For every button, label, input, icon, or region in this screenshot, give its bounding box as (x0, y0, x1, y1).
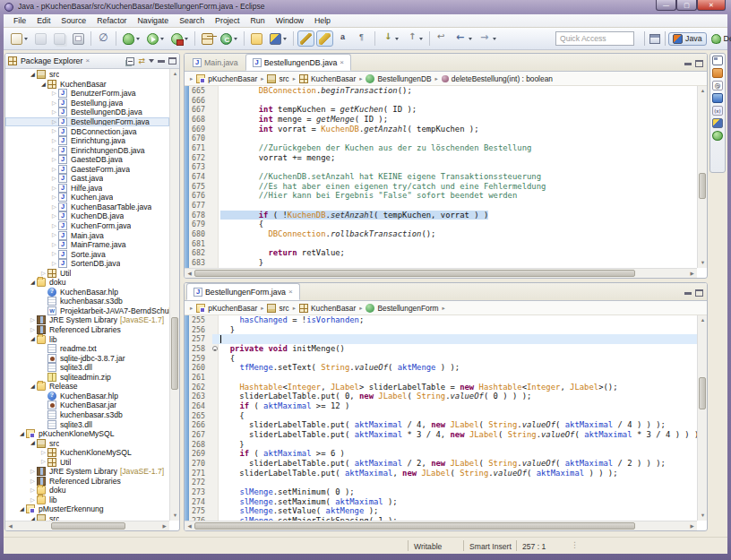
line-number[interactable]: 270 (190, 459, 212, 469)
collapse-arrow-icon[interactable]: ◢ (29, 383, 37, 389)
dropdown-arrow-icon[interactable] (160, 38, 164, 40)
collapse-arrow-icon[interactable]: ◢ (29, 72, 37, 77)
tree-item-util[interactable]: ▷Util (5, 457, 169, 467)
editor-horizontal-scrollbar[interactable]: ◀▶ (185, 268, 697, 278)
dropdown-arrow-icon[interactable] (185, 38, 188, 40)
breadcrumb-item-pkuchenbasar[interactable]: pKuchenBasar (196, 74, 257, 83)
line-number[interactable]: 677 (190, 201, 212, 211)
minimize-view-icon[interactable] (158, 60, 165, 63)
tree-item-kuchendb-java[interactable]: ▷KuchenDB.java (5, 211, 169, 221)
menu-help[interactable]: Help (309, 15, 336, 26)
expand-arrow-icon[interactable]: ▷ (50, 147, 58, 152)
expand-arrow-icon[interactable]: ▷ (50, 119, 58, 125)
dropdown-arrow-icon[interactable] (283, 38, 287, 40)
tree-item-dbconnection-java[interactable]: ▷DBConnection.java (5, 126, 169, 136)
minimize-view-icon[interactable] (684, 292, 692, 295)
restore-views-icon[interactable] (712, 56, 723, 65)
expand-arrow-icon[interactable]: ▷ (50, 185, 58, 191)
editor-tab-main-java[interactable]: Main.java (186, 54, 245, 71)
tree-item-kuchenbasar-hlp[interactable]: KuchenBasar.hlp (5, 288, 169, 297)
expand-arrow-icon[interactable]: ▷ (29, 469, 37, 474)
expand-arrow-icon[interactable]: ▷ (50, 251, 58, 256)
tree-item-lib[interactable]: ◢lib (5, 334, 169, 344)
expand-arrow-icon[interactable]: ▷ (50, 176, 58, 181)
tree-item-kuchenbasar-s3db[interactable]: kuchenbasar.s3db (5, 297, 169, 306)
line-number[interactable]: 668 (190, 115, 212, 125)
collapse-all-icon[interactable] (126, 57, 134, 65)
expand-arrow-icon[interactable]: ▷ (29, 317, 37, 323)
quick-access-input[interactable] (555, 31, 634, 46)
toggle-mark-occurrences-button[interactable] (297, 30, 314, 47)
line-number[interactable]: 268 (190, 440, 212, 450)
dropdown-arrow-icon[interactable] (395, 38, 399, 40)
expand-arrow-icon[interactable]: ▷ (50, 157, 58, 162)
tree-item-gaestedb-java[interactable]: ▷GaesteDB.java (5, 155, 169, 165)
expand-arrow-icon[interactable]: ▷ (39, 459, 47, 464)
expand-arrow-icon[interactable]: ▷ (29, 327, 37, 332)
new-java-class-button[interactable] (218, 30, 240, 47)
run-button[interactable] (144, 30, 167, 47)
line-number[interactable]: 679 (190, 220, 212, 229)
tree-item-projektarbeit-java7-berndschubert-doc[interactable]: Projektarbeit-JAVA7-BerndSchubert.doc (5, 306, 169, 316)
line-number[interactable]: 263 (190, 392, 212, 401)
show-whitespace-characters-button[interactable] (354, 30, 371, 47)
tree-item-kuchenklonemysql[interactable]: ▷KuchenKloneMySQL (5, 448, 169, 458)
tab-package-explorer[interactable]: Package Explorer × (8, 56, 90, 65)
line-number[interactable]: 666 (190, 96, 212, 106)
line-number[interactable]: 274 (190, 497, 212, 507)
tree-item-release[interactable]: ◢Release (5, 382, 169, 392)
task-list-view-icon[interactable] (712, 68, 723, 78)
tree-item-kuchenbasartable-java[interactable]: ▷KuchenBasarTable.java (5, 202, 169, 212)
breadcrumb-item-deletebestellung-int-boolean[interactable]: deleteBestellung(int) : boolean (442, 74, 553, 83)
line-number[interactable]: 257 (190, 334, 212, 344)
editor-tab-bestellungenform-java[interactable]: BestellungenForm.java× (186, 283, 300, 300)
menu-run[interactable]: Run (245, 15, 270, 26)
tree-item-src[interactable]: ◢src (5, 70, 169, 80)
tree-item-gaesteform-java[interactable]: ▷GaesteForm.java (5, 164, 169, 174)
expand-arrow-icon[interactable]: ▷ (50, 194, 58, 200)
maximize-view-icon[interactable] (695, 60, 703, 67)
line-number[interactable]: 275 (190, 506, 212, 516)
tree-item-sqliteadmin-zip[interactable]: sqliteadmin.zip (5, 373, 169, 383)
expand-arrow-icon[interactable]: ▷ (50, 261, 58, 266)
line-number[interactable]: 667 (190, 105, 212, 115)
code-editor-bestellungendb[interactable]: 665 DBConnection.beginTransaction();6666… (185, 86, 697, 268)
tree-item-sqlite-jdbc-3-8-7-jar[interactable]: sqlite-jdbc-3.8.7.jar (5, 353, 169, 363)
menu-refactor[interactable]: Refactor (91, 15, 132, 26)
expand-arrow-icon[interactable]: ▷ (50, 109, 58, 115)
tree-item-kuchenbasar-s3db[interactable]: kuchenbasar.s3db (5, 410, 169, 420)
save-button[interactable] (32, 30, 49, 47)
breadcrumb-item-pkuchenbasar[interactable]: pKuchenBasar (196, 304, 257, 313)
line-number[interactable]: 271 (190, 469, 212, 478)
print-button[interactable] (70, 30, 87, 47)
close-icon[interactable]: × (288, 289, 293, 296)
line-number[interactable]: 682 (190, 248, 212, 258)
open-type-button[interactable] (248, 30, 265, 47)
line-number[interactable]: 672 (190, 153, 212, 163)
expand-arrow-icon[interactable]: ▷ (50, 232, 58, 237)
line-number[interactable]: 264 (190, 401, 212, 411)
tree-item-doku[interactable]: ▷doku (5, 486, 169, 495)
line-number[interactable]: 671 (190, 143, 212, 153)
perspective-java[interactable]: Java (668, 32, 707, 46)
tree-item-bestellung-java[interactable]: ▷Bestellung.java (5, 99, 169, 108)
collapse-arrow-icon[interactable]: ◢ (18, 431, 26, 436)
close-icon[interactable]: × (85, 57, 90, 65)
minimize-button[interactable]: — (656, 0, 676, 11)
tree-item-sqlite3-dll[interactable]: sqlite3.dll (5, 363, 169, 373)
expand-arrow-icon[interactable]: ▷ (50, 90, 58, 96)
breadcrumb-item-bestellungendb[interactable]: BestellungenDB (366, 74, 431, 83)
close-icon[interactable]: × (340, 59, 344, 66)
expand-arrow-icon[interactable]: ▷ (39, 271, 47, 276)
line-number[interactable]: 258 (190, 344, 212, 354)
collapse-arrow-icon[interactable]: ◢ (29, 336, 37, 341)
expand-arrow-icon[interactable]: ▷ (50, 213, 58, 219)
link-with-editor-icon[interactable]: ⇄ (138, 57, 145, 65)
last-edit-location-button[interactable] (434, 30, 451, 47)
title-bar[interactable]: Java - pKuchenBasar/src/KuchenBasar/Best… (0, 0, 731, 14)
collapse-arrow-icon[interactable]: ◢ (39, 82, 47, 87)
back-history-button[interactable] (452, 30, 475, 47)
progress-view-icon[interactable] (712, 131, 723, 141)
tree-item-einrichtung-java[interactable]: ▷Einrichtung.java (5, 136, 169, 146)
tree-item-benutzerform-java[interactable]: ▷BenutzerForm.java (5, 89, 169, 99)
